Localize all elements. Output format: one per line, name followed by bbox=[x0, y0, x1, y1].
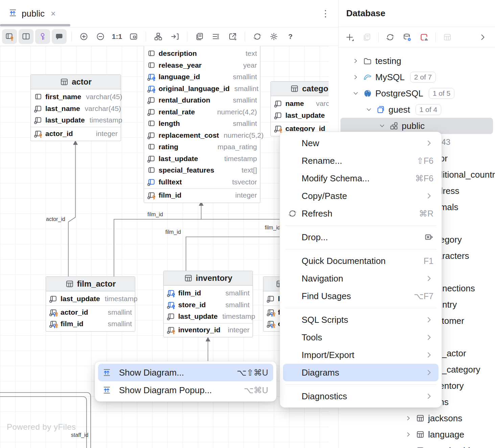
export-button[interactable] bbox=[225, 29, 240, 44]
column-row[interactable]: last_namevarchar(45) bbox=[31, 103, 121, 115]
column-row[interactable]: last_updatetimestamp bbox=[164, 311, 253, 322]
column-row[interactable]: fulltexttsvector bbox=[144, 176, 260, 188]
column-row[interactable]: last_updatetimestamp bbox=[144, 153, 260, 165]
menu-item-rename[interactable]: Rename...⇧F6 bbox=[283, 152, 439, 170]
tree-item-mysql-table[interactable]: mysql_table bbox=[340, 443, 493, 448]
tree-item-jacksons[interactable]: jacksons bbox=[340, 410, 493, 426]
column-row[interactable]: rental_ratenumeric(4,2) bbox=[144, 106, 260, 118]
table-key-toggle-button[interactable] bbox=[2, 29, 17, 44]
menu-item-drop[interactable]: Drop... bbox=[283, 228, 439, 246]
table-card-inventory[interactable]: inventoryfilm_idsmallintstore_idsmallint… bbox=[163, 271, 253, 337]
column-row[interactable]: lengthsmallint bbox=[144, 118, 260, 130]
column-row[interactable]: actor_idsmallint bbox=[46, 307, 135, 318]
menu-item-new[interactable]: New bbox=[283, 134, 439, 152]
menu-item-import-export[interactable]: Import/Export bbox=[283, 346, 439, 364]
column-row[interactable]: release_yearyear bbox=[144, 60, 260, 71]
column-row[interactable]: last_updatetimestamp bbox=[271, 110, 329, 121]
chevron-right-button[interactable] bbox=[477, 31, 489, 43]
data-source-properties-button[interactable] bbox=[401, 31, 413, 43]
menu-item-show-diagram[interactable]: Show Diagram...⌥⇧⌘U bbox=[98, 364, 273, 381]
menu-item-diagnostics[interactable]: Diagnostics bbox=[283, 387, 439, 405]
settings-icon bbox=[269, 32, 278, 41]
zoom-out-button[interactable] bbox=[93, 29, 108, 44]
copy-diagram-button[interactable] bbox=[192, 29, 207, 44]
column-row[interactable]: inventory_idinteger bbox=[164, 324, 253, 336]
column-row[interactable]: language_idsmallint bbox=[144, 71, 260, 83]
chevron-right-icon[interactable] bbox=[405, 431, 412, 438]
column-row[interactable]: descriptiontext bbox=[144, 48, 260, 60]
menu-item-modify-schema[interactable]: Modify Schema...⌘F6 bbox=[283, 170, 439, 187]
menu-item-tools[interactable]: Tools bbox=[283, 329, 439, 346]
settings-button[interactable] bbox=[266, 29, 281, 44]
column-row[interactable]: first_namevarchar(45) bbox=[31, 91, 121, 103]
menu-item-show-diagram-popup[interactable]: Show Diagram Popup...⌥⌘U bbox=[98, 381, 273, 399]
column-col-idx-icon bbox=[49, 294, 58, 303]
row-list-button[interactable] bbox=[209, 29, 223, 44]
tree-item-mysql[interactable]: MySQL2 of 7 bbox=[340, 69, 493, 85]
menu-item-refresh[interactable]: Refresh⌘R bbox=[283, 205, 439, 222]
column-row[interactable]: replacement_costnumeric(5,2) bbox=[144, 130, 260, 141]
fit-selection-button[interactable] bbox=[167, 29, 182, 44]
table-card-film[interactable]: filmdescriptiontextrelease_yearyearlangu… bbox=[144, 46, 260, 203]
add-button[interactable] bbox=[344, 31, 356, 43]
column-row[interactable]: special_featurestext[] bbox=[144, 164, 260, 176]
refresh-button[interactable] bbox=[250, 29, 265, 44]
tree-item-postgresql[interactable]: PostgreSQL1 of 5 bbox=[340, 85, 493, 102]
chevron-down-icon[interactable] bbox=[378, 123, 386, 129]
zoom-in-button[interactable] bbox=[76, 29, 91, 44]
column-row[interactable]: actor_idinteger bbox=[31, 128, 121, 140]
column-row[interactable]: store_idsmallint bbox=[164, 299, 253, 311]
column-type: integer bbox=[226, 326, 250, 334]
menu-item-copy-paste[interactable]: Copy/Paste bbox=[283, 187, 439, 205]
tree-item-guest[interactable]: guest1 of 4 bbox=[340, 102, 493, 118]
menu-item-find-usages[interactable]: Find Usages⌥F7 bbox=[283, 287, 439, 305]
actual-size-button[interactable]: 1:1 bbox=[110, 29, 124, 44]
column-name: film_id bbox=[159, 191, 182, 199]
tab-public[interactable]: public × bbox=[0, 0, 63, 27]
help-button[interactable]: ? bbox=[283, 29, 298, 44]
chevron-right-icon[interactable] bbox=[352, 58, 359, 64]
menu-item-label: New bbox=[302, 138, 319, 149]
table-card-film_actor[interactable]: film_actorlast_updatetimestampactor_idsm… bbox=[46, 276, 135, 332]
column-col-fk-icon bbox=[147, 72, 156, 81]
menu-item-shortcut: ⌥⇧⌘U bbox=[237, 368, 268, 378]
refresh-button[interactable] bbox=[384, 31, 396, 43]
column-col-icon bbox=[147, 61, 156, 70]
column-name: last_update bbox=[61, 295, 100, 303]
database-panel-header: Database bbox=[338, 0, 495, 27]
column-row[interactable]: film_idinteger bbox=[144, 189, 260, 201]
more-options-icon[interactable]: ⋮ bbox=[321, 8, 330, 19]
table-card-actor[interactable]: actorfirst_namevarchar(45)last_namevarch… bbox=[30, 74, 121, 141]
menu-item-quick-documentation[interactable]: Quick DocumentationF1 bbox=[283, 252, 439, 270]
column-row[interactable]: original_language_idsmallint bbox=[144, 83, 260, 95]
disconnect-button[interactable] bbox=[418, 31, 430, 43]
column-row[interactable]: namevarchar(25) bbox=[271, 98, 329, 110]
menu-item-diagrams[interactable]: Diagrams bbox=[283, 364, 439, 381]
column-row[interactable]: rental_durationsmallint bbox=[144, 94, 260, 106]
table-card-category[interactable]: categorynamevarchar(25)last_updatetimest… bbox=[270, 81, 329, 136]
column-row[interactable]: last_updatetimestamp bbox=[46, 293, 135, 305]
table-view-icon bbox=[443, 33, 452, 42]
column-row[interactable]: film_idsmallint bbox=[46, 318, 135, 330]
tree-item-language[interactable]: language bbox=[340, 426, 493, 443]
column-row[interactable]: last_updatetimestamp bbox=[31, 114, 121, 126]
column-row[interactable]: film_idsmallint bbox=[164, 287, 253, 299]
postgresql-icon bbox=[363, 89, 372, 98]
tree-item-testing[interactable]: testing bbox=[340, 53, 493, 69]
chevron-right-icon[interactable] bbox=[352, 74, 359, 80]
menu-item-navigation[interactable]: Navigation bbox=[283, 270, 439, 287]
column-name: release_year bbox=[159, 61, 202, 69]
menu-item-sql-scripts[interactable]: SQL Scripts bbox=[283, 311, 439, 329]
fit-content-button[interactable] bbox=[126, 29, 141, 44]
comments-toggle-button[interactable] bbox=[52, 29, 67, 44]
chevron-down-icon[interactable] bbox=[352, 90, 359, 96]
close-icon[interactable]: × bbox=[51, 9, 56, 18]
menu-item-label: Find Usages bbox=[302, 291, 351, 301]
auto-layout-button[interactable] bbox=[151, 29, 166, 44]
column-row[interactable]: ratingmpaa_rating bbox=[144, 141, 260, 153]
chevron-right-icon[interactable] bbox=[405, 415, 412, 421]
column-name: actor_id bbox=[61, 308, 88, 316]
columns-toggle-button[interactable] bbox=[19, 29, 33, 44]
chevron-down-icon[interactable] bbox=[365, 107, 373, 113]
key-toggle-button[interactable] bbox=[35, 29, 50, 44]
